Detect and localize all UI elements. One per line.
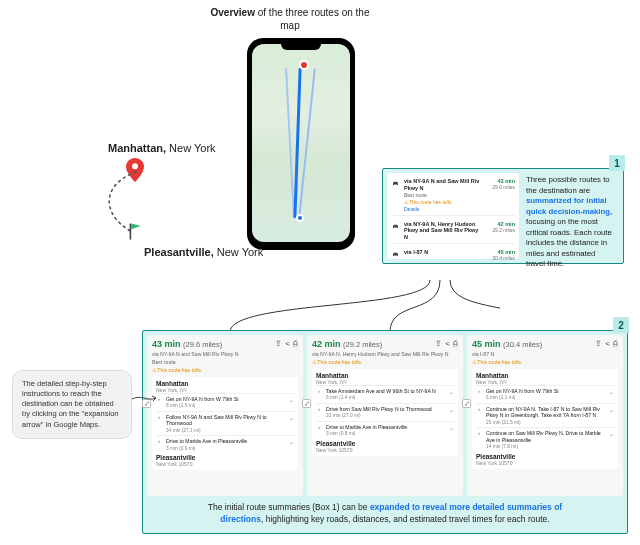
overview-caption-bold: Overview [210,7,254,18]
route-metrics: 43 min 29.6 miles [485,178,515,213]
route-info: via NY-9A N, Henry Hudson Pkwy and Saw M… [404,221,481,242]
direction-step[interactable]: › Drive from Saw Mill Riv Pkwy N to Thor… [316,403,454,421]
chevron-down-icon[interactable]: ⌄ [609,388,614,395]
route-list: via NY-9A N and Saw Mill Riv Pkwy N Best… [387,173,519,259]
route-option[interactable]: via I-87 N 45 min 30.4 miles [391,247,515,263]
origin-state: New York [166,142,216,154]
origin-name: Manhattan [476,372,614,379]
direction-step[interactable]: › Get on NY-9A N from W 79th St8 min (1.… [156,393,294,411]
route-sublabel: Best route [404,192,481,198]
step-text: Get on NY-9A N from W 79th St8 min (1.5 … [166,396,285,409]
share-icon[interactable]: < [285,339,290,348]
step-text: Continue on Saw Mill Riv Pkwy N. Drive t… [486,430,605,449]
chevron-down-icon[interactable]: ⌄ [449,388,454,395]
chevron-down-icon[interactable]: ⌄ [449,406,454,413]
destination-label: Pleasantville, New York [144,246,263,258]
card-best: Best route [152,359,298,365]
car-icon [391,221,400,230]
step-meta: 34 min (27.1 mi) [166,428,285,434]
route-info: via NY-9A N and Saw Mill Riv Pkwy N Best… [404,178,481,213]
phone-frame [247,38,355,250]
card-body: Manhattan New York, NY › Get on NY-9A N … [472,369,618,468]
card-actions: ⇪ < ⎙ [595,339,618,348]
route-name: via NY-9A N and Saw Mill Riv Pkwy N [404,178,481,192]
origin-city: Manhattan, [108,142,166,154]
expand-arrow-icon[interactable]: ⤢ [462,399,471,408]
expand-arrow-icon[interactable]: ⤢ [302,399,311,408]
car-icon [391,178,400,187]
step-marker-icon: › [476,406,482,412]
route-detail-card: 43 min (29.6 miles) ⇪ < ⎙ via NY-9A N an… [147,335,303,496]
detail-card-row: 43 min (29.6 miles) ⇪ < ⎙ via NY-9A N an… [147,335,623,496]
explainer-pre: Three possible routes to the destination… [526,175,610,195]
route-distance: 29.6 miles [485,184,515,190]
origin-label: Manhattan, New York [108,142,216,154]
send-icon[interactable]: ⇪ [275,339,282,348]
card-via: via I-87 N [472,351,618,357]
chevron-down-icon[interactable]: ⌄ [289,396,294,403]
route-option[interactable]: via NY-9A N and Saw Mill Riv Pkwy N Best… [391,176,515,216]
flag-icon [128,222,144,242]
direction-step[interactable]: › Drive to Marble Ave in Pleasantville3 … [316,421,454,439]
card-via: via NY-9A N and Saw Mill Riv Pkwy N [152,351,298,357]
share-icon[interactable]: < [445,339,450,348]
step-meta: 8 min (1.5 mi) [166,403,285,409]
print-icon[interactable]: ⎙ [613,339,618,348]
direction-step[interactable]: › Continue on Saw Mill Riv Pkwy N. Drive… [476,427,614,451]
step-meta: 3 min (0.9 mi) [166,446,285,452]
route-distance: 29.2 miles [485,227,515,233]
chevron-down-icon[interactable]: ⌄ [609,430,614,437]
origin-name: Manhattan [316,372,454,379]
box-number-badge: 2 [613,317,629,333]
step-marker-icon: › [316,424,322,430]
card-via: via NY-9A N, Henry Hudson Pkwy and Saw M… [312,351,458,357]
route-option[interactable]: via NY-9A N, Henry Hudson Pkwy and Saw M… [391,219,515,245]
step-marker-icon: › [156,438,162,444]
chevron-down-icon[interactable]: ⌄ [289,438,294,445]
share-icon[interactable]: < [605,339,610,348]
card-actions: ⇪ < ⎙ [435,339,458,348]
destination-sub: New York 10570 [476,460,614,466]
chevron-down-icon[interactable]: ⌄ [289,414,294,421]
step-meta: 3 min (0.8 mi) [326,431,445,437]
svg-rect-1 [130,224,132,240]
direction-step[interactable]: › Take Amsterdam Ave and W 96th St to NY… [316,385,454,403]
toll-warning: This route has tolls. [312,359,458,365]
card-miles: (30.4 miles) [503,340,542,349]
direction-step[interactable]: › Get on NY-9A N from W 79th St6 min (1.… [476,385,614,403]
send-icon[interactable]: ⇪ [435,339,442,348]
chevron-down-icon[interactable]: ⌄ [609,406,614,413]
route-metrics: 42 min 29.2 miles [485,221,515,242]
destination-name: Pleasantville [476,453,614,460]
box-number-badge: 1 [609,155,625,171]
step-meta: 6 min (1.4 mi) [326,395,445,401]
step-meta: 6 min (1.1 mi) [486,395,605,401]
toll-warning: This route has tolls. [472,359,618,365]
print-icon[interactable]: ⎙ [293,339,298,348]
overview-caption-rest: of the three routes on the map [255,7,370,31]
map-destination-marker [299,60,309,70]
details-link[interactable]: Details [404,206,481,212]
footer-pre: The initial route summaries (Box 1) can … [208,502,370,512]
card-body: Manhattan New York, NY › Get on NY-9A N … [152,377,298,470]
step-marker-icon: › [156,414,162,420]
direction-step[interactable]: › Drive to Marble Ave in Pleasantville3 … [156,435,294,453]
footer-post: , highlighting key roads, distances, and… [261,514,550,524]
chevron-down-icon[interactable]: ⌄ [449,424,454,431]
toll-warning: This route has tolls. [404,199,481,205]
destination-city: Pleasantville, [144,246,214,258]
route-metrics: 45 min 30.4 miles [485,249,515,261]
origin-name: Manhattan [156,380,294,387]
route-info: via I-87 N [404,249,481,261]
destination-sub: New York 10570 [316,447,454,453]
destination-name: Pleasantville [156,454,294,461]
map-screen[interactable] [252,44,350,242]
send-icon[interactable]: ⇪ [595,339,602,348]
card-body: Manhattan New York, NY › Take Amsterdam … [312,369,458,456]
print-icon[interactable]: ⎙ [453,339,458,348]
callout-bubble: The detailed step-by-step instructions t… [12,370,132,439]
step-marker-icon: › [476,430,482,436]
direction-step[interactable]: › Follow NY-9A N and Saw Mill Riv Pkwy N… [156,411,294,435]
callout-arrow-icon [132,392,158,406]
direction-step[interactable]: › Continue on NY-9A N. Take I-87 N to Sa… [476,403,614,427]
